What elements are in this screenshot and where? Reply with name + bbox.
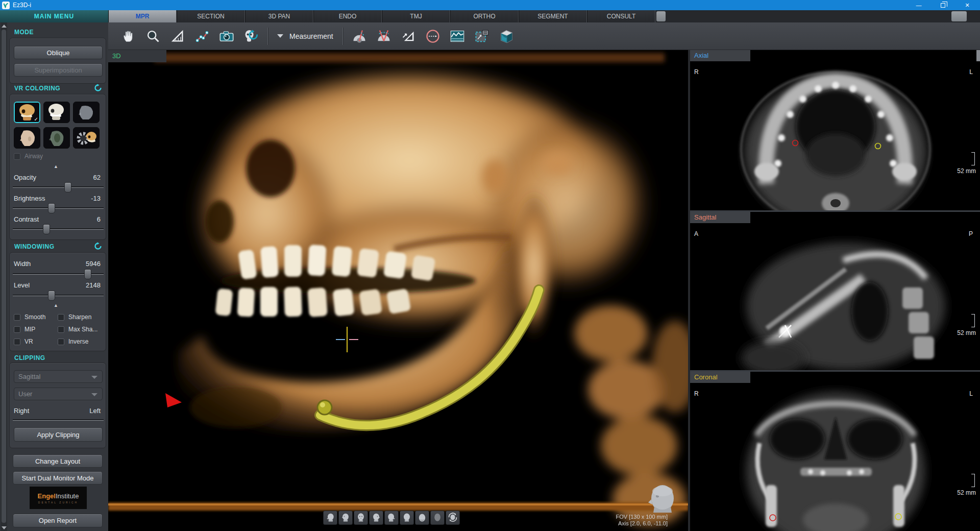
vr-collapse-icon[interactable]: ▲: [54, 164, 58, 169]
sagittal-view[interactable]: Sagittal A P 52 mm: [690, 212, 980, 370]
axial-view[interactable]: Axial R L 52 mm: [690, 50, 980, 210]
clipping-mode-dropdown[interactable]: User: [14, 388, 103, 400]
clipping-plane-dropdown[interactable]: Sagittal: [14, 370, 103, 383]
tab-endo[interactable]: ENDO: [313, 10, 382, 22]
vr-preset-bone-color[interactable]: ✓: [14, 102, 40, 123]
ruler-triangle-icon[interactable]: [167, 26, 188, 46]
mip-label: MIP: [24, 326, 35, 333]
reset-3d-skull-icon[interactable]: [241, 26, 261, 46]
tab-ortho[interactable]: ORTHO: [450, 10, 519, 22]
orient-back-button[interactable]: [400, 511, 414, 525]
sharpen-label: Sharpen: [68, 313, 91, 321]
brightness-slider-thumb[interactable]: [48, 203, 55, 213]
vr-preset-custom-gear[interactable]: [73, 127, 100, 149]
clipping-section-title: CLIPPING: [14, 354, 45, 361]
level-slider-thumb[interactable]: [48, 291, 55, 301]
coronal-left-marker: R: [694, 390, 699, 397]
coronal-slice-image: [690, 372, 980, 531]
orient-bottom-button[interactable]: [430, 511, 445, 525]
roi-capture-icon[interactable]: [472, 26, 492, 46]
vr-preset-soft-gray[interactable]: [73, 102, 100, 123]
tab-consult[interactable]: CONSULT: [587, 10, 655, 22]
minimize-button[interactable]: —: [908, 0, 930, 10]
title-bar[interactable]: Ez3D-i — ✕: [0, 0, 980, 10]
contrast-slider-track[interactable]: [13, 228, 104, 230]
max-sharpen-checkbox[interactable]: [58, 326, 64, 333]
close-button[interactable]: ✕: [956, 0, 978, 10]
contrast-slider-thumb[interactable]: [43, 224, 50, 234]
tab-scroll-button[interactable]: [951, 11, 967, 21]
volume-cube-icon[interactable]: [496, 26, 517, 46]
clipping-right-label: Right: [14, 407, 29, 415]
tab-section[interactable]: SECTION: [177, 10, 245, 22]
scrollbar-thumb[interactable]: [2, 30, 6, 523]
inverse-checkbox[interactable]: [58, 339, 64, 345]
dual-monitor-button[interactable]: Start Dual Monitor Mode: [13, 471, 103, 485]
smooth-checkbox[interactable]: [14, 314, 20, 321]
orient-right-button[interactable]: [369, 511, 383, 525]
oblique-button[interactable]: Oblique: [14, 46, 103, 59]
clipping-panel: Sagittal User Right Left Apply Clipping: [9, 363, 106, 448]
scroll-down-icon[interactable]: [2, 526, 7, 529]
vr-preset-xray[interactable]: [43, 102, 70, 123]
profile-chart-icon[interactable]: [447, 26, 468, 46]
sagittal-slice-image: [690, 212, 980, 370]
fov-value: FOV [130 x 100 mm]: [616, 514, 668, 520]
orient-front-button[interactable]: [354, 511, 368, 525]
apply-clipping-button[interactable]: Apply Clipping: [14, 427, 103, 442]
circle-diameter-icon[interactable]: [423, 26, 443, 46]
sidebar-scrollbar[interactable]: [1, 22, 7, 531]
mode-section-title: MODE: [14, 29, 34, 36]
airway-checkbox[interactable]: [14, 153, 20, 160]
tab-segment[interactable]: SEGMENT: [519, 10, 587, 22]
orient-left-button[interactable]: [338, 511, 353, 525]
3d-viewport[interactable]: 3D FOV [130 x 100 mm] Axis [2.0, 6.0, -1…: [108, 50, 688, 531]
vr-refresh-icon[interactable]: [94, 84, 102, 93]
windowing-collapse-icon[interactable]: ▲: [54, 303, 58, 308]
scroll-up-icon[interactable]: [2, 25, 7, 28]
orient-top-button[interactable]: [415, 511, 429, 525]
opacity-slider-track[interactable]: [13, 186, 104, 188]
opacity-slider-thumb[interactable]: [64, 182, 71, 192]
vr-checkbox[interactable]: [14, 339, 20, 345]
orient-right-rear-button[interactable]: [384, 511, 399, 525]
tab-overflow-button[interactable]: [656, 11, 666, 21]
tab-tmj[interactable]: TMJ: [382, 10, 450, 22]
toolbar-separator: [267, 28, 268, 45]
right-panel-scroll-corner[interactable]: [976, 50, 980, 61]
tab-mpr[interactable]: MPR: [108, 10, 177, 22]
vr-preset-skin[interactable]: [14, 127, 40, 149]
superimposition-button[interactable]: Superimposition: [14, 63, 103, 77]
change-layout-button[interactable]: Change Layout: [13, 454, 103, 468]
width-value: 5946: [86, 260, 101, 268]
open-report-button[interactable]: Open Report: [13, 514, 103, 527]
tab-3d-pan[interactable]: 3D PAN: [245, 10, 313, 22]
vr-preset-mip-green[interactable]: [43, 127, 70, 149]
sharpen-checkbox[interactable]: [58, 314, 64, 321]
windowing-refresh-icon[interactable]: [94, 242, 102, 252]
selected-check-icon: ✓: [34, 116, 38, 122]
sidebar: MODE Oblique Superimposition VR COLORING…: [0, 22, 108, 531]
axial-scale-label: 52 mm: [957, 167, 976, 175]
set-square-arrow-icon[interactable]: [398, 26, 419, 46]
angle-measure-icon[interactable]: [349, 26, 370, 46]
measurement-dropdown[interactable]: Measurement: [277, 32, 333, 40]
level-slider-track[interactable]: [13, 295, 104, 296]
clipping-slider-track[interactable]: [13, 419, 104, 421]
orient-left-rear-button[interactable]: [323, 511, 337, 525]
contrast-value: 6: [97, 215, 101, 223]
width-slider-thumb[interactable]: [84, 269, 91, 279]
angle-3point-icon[interactable]: [374, 26, 394, 46]
opacity-value: 62: [93, 174, 101, 181]
restore-button[interactable]: [932, 0, 954, 10]
capture-camera-icon[interactable]: [216, 26, 237, 46]
zoom-magnifier-icon[interactable]: [143, 26, 163, 46]
brightness-slider-track[interactable]: [13, 207, 104, 209]
pan-hand-icon[interactable]: [118, 26, 139, 46]
mip-checkbox[interactable]: [14, 326, 20, 333]
orient-auto-rotate-button[interactable]: [446, 511, 460, 525]
level-value: 2148: [86, 281, 101, 289]
coronal-view[interactable]: Coronal R L 52 mm: [690, 372, 980, 531]
polyline-measure-icon[interactable]: [192, 26, 212, 46]
windowing-section-title: WINDOWING: [14, 243, 55, 250]
